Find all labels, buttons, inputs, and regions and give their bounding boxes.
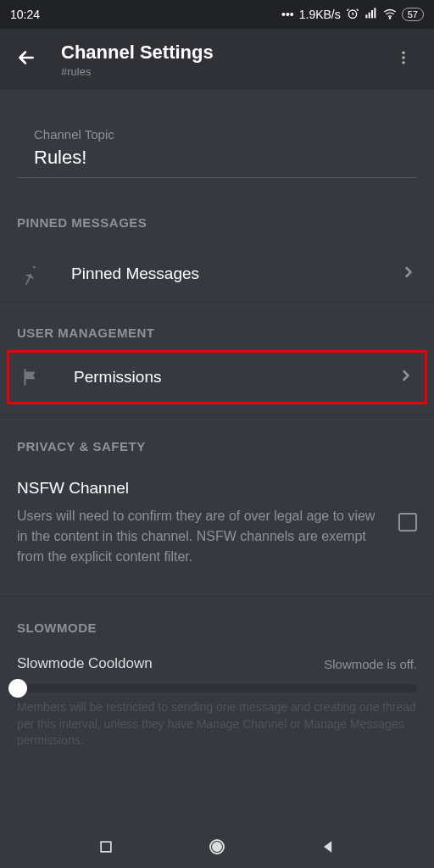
status-bar: 10:24 ••• 1.9KB/s 57 xyxy=(0,0,434,29)
svg-point-5 xyxy=(389,17,390,18)
slowmode-title: Slowmode Cooldown xyxy=(17,655,153,672)
nsfw-title: NSFW Channel xyxy=(17,479,381,498)
more-options-button[interactable] xyxy=(388,42,419,76)
section-header-privacy: PRIVACY & SAFETY xyxy=(0,415,434,464)
svg-point-8 xyxy=(402,61,404,64)
header-titles: Channel Settings #rules xyxy=(61,42,388,78)
channel-topic-value: Rules! xyxy=(34,147,417,177)
channel-topic-field[interactable]: Channel Topic Rules! xyxy=(0,90,434,192)
svg-rect-4 xyxy=(374,8,376,18)
status-dots: ••• xyxy=(281,8,294,21)
pinned-messages-label: Pinned Messages xyxy=(71,264,400,283)
back-button[interactable] xyxy=(15,47,37,72)
section-header-slowmode: SLOWMODE xyxy=(0,597,434,645)
home-button[interactable] xyxy=(207,837,227,860)
status-time: 10:24 xyxy=(10,8,40,21)
slowmode-description: Members will be restricted to sending on… xyxy=(0,699,434,749)
chevron-right-icon xyxy=(398,367,415,387)
svg-rect-2 xyxy=(368,12,370,18)
nsfw-description: Users will need to confirm they are of o… xyxy=(17,506,381,567)
battery-indicator: 57 xyxy=(402,8,424,21)
svg-rect-3 xyxy=(371,10,373,18)
wifi-icon xyxy=(383,7,397,23)
status-netspeed: 1.9KB/s xyxy=(299,8,341,21)
pin-icon xyxy=(17,262,58,286)
permissions-item[interactable]: Permissions xyxy=(7,350,427,404)
svg-point-11 xyxy=(213,843,221,851)
status-right: ••• 1.9KB/s 57 xyxy=(281,7,424,23)
content: Channel Topic Rules! PINNED MESSAGES Pin… xyxy=(0,90,434,749)
page-subtitle: #rules xyxy=(61,65,388,78)
section-header-pinned: PINNED MESSAGES xyxy=(0,192,434,240)
section-header-user-mgmt: USER MANAGEMENT xyxy=(0,302,434,350)
permissions-label: Permissions xyxy=(74,368,398,387)
svg-rect-9 xyxy=(101,842,111,852)
recent-apps-button[interactable] xyxy=(97,838,114,859)
app-header: Channel Settings #rules xyxy=(0,29,434,90)
nsfw-channel-item[interactable]: NSFW Channel Users will need to confirm … xyxy=(0,464,434,582)
slowmode-cooldown-item: Slowmode Cooldown Slowmode is off. xyxy=(0,645,434,693)
channel-topic-label: Channel Topic xyxy=(34,127,417,142)
slowmode-status: Slowmode is off. xyxy=(324,657,417,671)
slowmode-slider[interactable] xyxy=(17,684,417,693)
svg-point-6 xyxy=(402,52,404,54)
android-nav-bar xyxy=(0,829,434,868)
nsfw-checkbox[interactable] xyxy=(398,513,417,531)
pinned-messages-item[interactable]: Pinned Messages xyxy=(0,247,434,301)
flag-icon xyxy=(19,366,60,388)
page-title: Channel Settings xyxy=(61,42,388,64)
svg-point-7 xyxy=(402,56,404,58)
divider xyxy=(17,177,417,178)
slider-thumb[interactable] xyxy=(8,679,27,698)
chevron-right-icon xyxy=(400,264,417,284)
back-nav-button[interactable] xyxy=(320,838,337,859)
signal-icon xyxy=(364,7,378,23)
svg-rect-1 xyxy=(365,14,367,18)
alarm-icon xyxy=(346,7,359,23)
